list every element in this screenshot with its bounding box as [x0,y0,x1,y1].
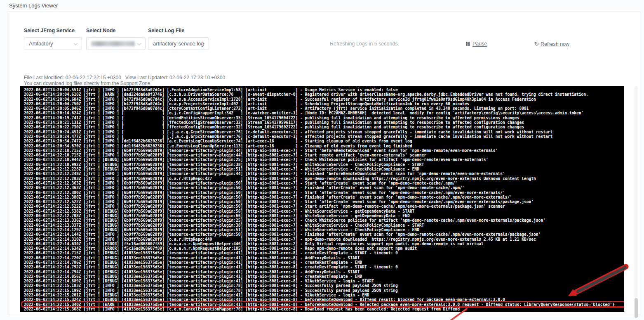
log-line: 2022-06-02T14:20:21.131Z [jfrt ] [INFO ]… [24,120,624,125]
refresh-icon: ↻ [534,41,539,47]
log-line: 2022-06-02T14:22:12.283Z [jfrt ] [INFO ]… [24,176,624,181]
log-line: 2022-06-02T14:22:10.944Z [jfrt ] [DEBUG]… [24,157,624,162]
top-bar: System Logs Viewer [0,0,644,11]
log-line: 2022-06-02T14:22:14.630Z [jfrt ] [ERROR]… [24,242,624,246]
logfile-select-value: artifactory-service.log [153,40,204,47]
pause-button-label: Pause [472,41,487,47]
log-line: 2022-06-02T14:22:12.380Z [jfrt ] [INFO ]… [24,195,624,199]
log-line: 2022-06-02T14:22:10.992Z [jfrt ] [DEBUG]… [24,162,624,167]
node-select-value-redacted [91,41,135,46]
pause-button[interactable]: Pause [466,41,487,47]
log-line: 2022-06-02T14:22:14.634Z [jfrt ] [ERROR]… [24,246,624,251]
log-scrollbar-track [635,86,638,312]
log-line: 2022-06-02T14:20:34.747Z [jfrt ] [INFO ]… [24,139,624,143]
refresh-now-button[interactable]: ↻Refresh now [534,41,569,47]
log-line: 2022-06-02T14:22:15.183Z [jfrt ] [INFO ]… [24,283,624,288]
log-line: 2022-06-02T14:20:24.451Z [jfrt ] [INFO ]… [24,130,624,134]
log-line: 2022-06-02T14:22:12.538Z [jfrt ] [DEBUG]… [24,209,624,213]
log-line: 2022-06-02T14:22:13.336Z [jfrt ] [DEBUG]… [24,218,624,223]
log-line: 2022-06-02T14:20:14.624Z [jfrt ] [INFO ]… [24,111,624,115]
log-line: 2022-06-02T14:22:14.889Z [jfrt ] [DEBUG]… [24,279,624,283]
log-line: 2022-06-02T14:20:04.610Z [jfrt ] [WARN ]… [24,92,624,97]
pause-icon [466,41,470,47]
log-line: 2022-06-02T14:22:12.380Z [jfrt ] [INFO ]… [24,190,624,195]
log-line: 2022-06-02T14:20:04.551Z [jfrt ] [INFO ]… [24,88,624,92]
service-select-value: Artifactory [29,40,53,47]
chevron-down-icon [137,41,141,45]
log-line: 2022-06-02T14:20:34.870Z [jfrt ] [INFO ]… [24,144,624,148]
log-line: 2022-06-02T14:20:24.477Z [jfrt ] [INFO ]… [24,134,624,139]
logs-viewer-card: Select JFrog Service Select Node Select … [7,11,640,315]
log-line: 2022-06-02T14:20:22.730Z [jfrt ] [INFO ]… [24,125,624,129]
log-line: 2022-06-02T14:20:05.046Z [jfrt ] [INFO ]… [24,106,624,111]
log-line: 2022-06-02T14:22:12.248Z [jfrt ] [INFO ]… [24,171,624,176]
chevron-down-icon [74,41,78,45]
node-select-label: Select Node [86,28,116,33]
log-line: 2022-06-02T14:22:14.794Z [jfrt ] [DEBUG]… [24,270,624,274]
log-line: 2022-06-02T14:22:14.129Z [jfrt ] [DEBUG]… [24,228,624,232]
log-line: 2022-06-02T14:22:14.144Z [jfrt ] [INFO ]… [24,232,624,237]
log-line: 2022-06-02T14:22:15.368Z [jfrt ] [INFO ]… [24,307,624,311]
service-select[interactable]: Artifactory [24,37,82,50]
support-zone-link[interactable]: Support Zone [120,81,150,86]
file-last-modified-text: File Last Modified: 02-06-22 17:22:15 +0… [24,75,225,81]
system-logs-viewer-page: { "page": { "title": "System Logs Viewer… [0,0,644,320]
log-line: 2022-06-02T14:22:14.715Z [jfrt ] [DEBUG]… [24,251,624,255]
log-line: 2022-06-02T14:22:12.522Z [jfrt ] [INFO ]… [24,199,624,204]
log-line: 2022-06-02T14:22:14.786Z [jfrt ] [DEBUG]… [24,260,624,265]
log-scrollbar-thumb[interactable] [635,298,638,318]
log-line: 2022-06-02T14:22:14.856Z [jfrt ] [DEBUG]… [24,274,624,279]
log-line: 2022-06-02T14:22:15.201Z [jfrt ] [DEBUG]… [24,293,624,297]
page-title: System Logs Viewer [9,2,58,9]
log-line: 2022-06-02T14:22:15.199Z [jfrt ] [INFO ]… [24,288,624,293]
log-line: 2022-06-02T14:22:12.363Z [jfrt ] [INFO ]… [24,181,624,185]
download-hint-text: You can download log files directly from… [24,81,120,86]
log-line: 2022-06-02T14:22:12.708Z [jfrt ] [DEBUG]… [24,213,624,218]
log-line: 2022-06-02T14:22:14.792Z [jfrt ] [DEBUG]… [24,265,624,269]
logfile-select-label: Select Log File [148,28,184,33]
log-line: 2022-06-02T14:22:10.715Z [jfrt ] [INFO ]… [24,153,624,157]
log-line: 2022-06-02T14:22:12.228Z [jfrt ] [DEBUG]… [24,167,624,171]
service-select-label: Select JFrog Service [24,28,75,33]
refresh-now-button-label: Refresh now [541,41,569,47]
download-hint: You can download log files directly from… [24,81,150,86]
log-line: 2022-06-02T14:22:13.337Z [jfrt ] [DEBUG]… [24,223,624,228]
node-select[interactable] [86,37,146,50]
refresh-countdown-text: Refreshing Logs in 5 seconds [330,41,398,47]
log-line-highlighted: 2022-06-02T14:22:15.340Z [jfrt ] [WARN ]… [24,302,624,307]
log-line: 2022-06-02T14:20:04.750Z [jfrt ] [INFO ]… [24,102,624,106]
log-line: 2022-06-02T14:22:14.720Z [jfrt ] [DEBUG]… [24,256,624,260]
log-line: 2022-06-02T14:22:15.324Z [jfrt ] [DEBUG]… [24,297,624,302]
log-line: 2022-06-02T14:22:12.363Z [jfrt ] [INFO ]… [24,185,624,190]
log-line: 2022-06-02T14:22:10.715Z [jfrt ] [INFO ]… [24,148,624,153]
log-line: 2022-06-02T14:20:19.741Z [jfrt ] [INFO ]… [24,116,624,120]
log-line: 2022-06-02T14:20:04.684Z [jfrt ] [INFO ]… [24,97,624,102]
log-output-panel[interactable]: 2022-06-02T14:20:04.551Z [jfrt ] [INFO ]… [20,86,624,312]
log-lines: 2022-06-02T14:20:04.551Z [jfrt ] [INFO ]… [24,88,624,311]
log-line: 2022-06-02T14:22:12.522Z [jfrt ] [INFO ]… [24,204,624,209]
log-line: 2022-06-02T14:22:14.310Z [jfrt ] [INFO ]… [24,237,624,242]
logfile-select[interactable]: artifactory-service.log [148,37,209,50]
